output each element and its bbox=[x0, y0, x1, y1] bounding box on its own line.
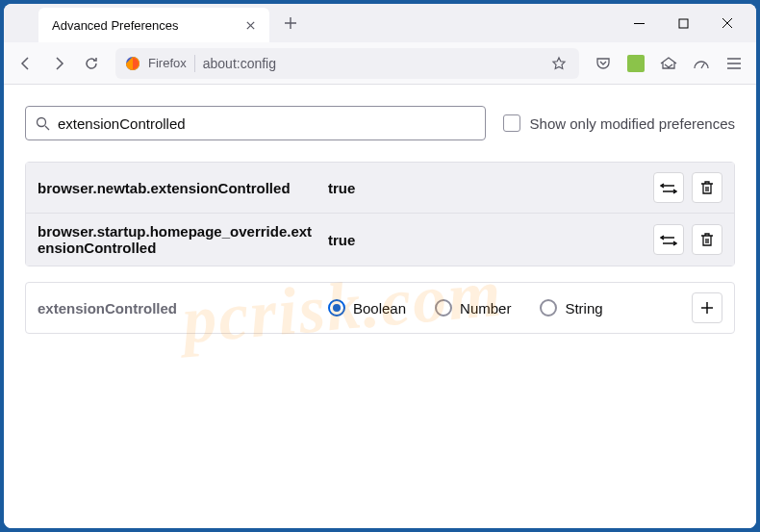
delete-button[interactable] bbox=[692, 224, 722, 255]
window-controls bbox=[618, 9, 756, 38]
search-row: Show only modified preferences bbox=[25, 106, 735, 140]
arrow-right-icon bbox=[51, 56, 66, 71]
radio-boolean[interactable]: Boolean bbox=[328, 299, 406, 317]
add-preference-button[interactable] bbox=[692, 292, 722, 323]
url-bar[interactable]: Firefox about:config bbox=[115, 48, 579, 79]
back-button[interactable] bbox=[12, 49, 40, 78]
radio-icon bbox=[328, 299, 345, 317]
identity-label: Firefox bbox=[148, 56, 187, 70]
preference-row[interactable]: browser.newtab.extensionControlled true bbox=[26, 163, 734, 213]
radio-icon bbox=[540, 299, 557, 317]
new-preference-row: extensionControlled Boolean Number Strin… bbox=[25, 282, 735, 334]
modified-only-label: Show only modified preferences bbox=[530, 115, 735, 132]
plus-icon bbox=[284, 16, 297, 30]
preference-actions bbox=[653, 172, 722, 203]
preference-list: browser.newtab.extensionControlled true … bbox=[25, 162, 735, 266]
reload-icon bbox=[84, 56, 99, 71]
preference-name: browser.newtab.extensionControlled bbox=[38, 180, 317, 196]
arrow-left-icon bbox=[18, 56, 34, 71]
forward-button[interactable] bbox=[44, 49, 73, 78]
radio-string[interactable]: String bbox=[540, 299, 602, 317]
browser-window: Advanced Preferences bbox=[4, 4, 756, 528]
maximize-icon bbox=[678, 18, 689, 29]
preference-value: true bbox=[328, 232, 642, 248]
extension-icon bbox=[627, 55, 645, 72]
svg-rect-0 bbox=[679, 19, 688, 28]
dashboard-button[interactable] bbox=[687, 49, 716, 78]
separator bbox=[194, 55, 195, 72]
star-icon bbox=[551, 56, 567, 71]
bookmark-button[interactable] bbox=[548, 53, 570, 74]
new-preference-name: extensionControlled bbox=[38, 300, 317, 317]
modified-only-toggle[interactable]: Show only modified preferences bbox=[503, 114, 735, 132]
type-radio-group: Boolean Number String bbox=[328, 299, 680, 317]
toggle-button[interactable] bbox=[653, 172, 684, 203]
toggle-icon bbox=[660, 233, 677, 246]
preference-value: true bbox=[328, 180, 642, 196]
delete-button[interactable] bbox=[692, 172, 722, 203]
close-icon bbox=[722, 17, 733, 29]
minimize-icon bbox=[634, 18, 645, 29]
reload-button[interactable] bbox=[77, 49, 106, 78]
radio-label: Boolean bbox=[353, 300, 406, 317]
pocket-button[interactable] bbox=[589, 49, 618, 78]
url-text: about:config bbox=[203, 56, 541, 71]
toggle-button[interactable] bbox=[653, 224, 684, 255]
search-input[interactable] bbox=[58, 115, 475, 132]
radio-number[interactable]: Number bbox=[435, 299, 511, 317]
mail-button[interactable] bbox=[654, 49, 683, 78]
search-box[interactable] bbox=[25, 106, 486, 140]
tab-strip: Advanced Preferences bbox=[4, 4, 756, 42]
svg-point-2 bbox=[38, 117, 46, 126]
close-icon bbox=[245, 20, 256, 31]
pocket-icon bbox=[595, 56, 611, 71]
search-icon bbox=[36, 116, 50, 131]
plus-icon bbox=[700, 301, 714, 315]
toggle-icon bbox=[660, 181, 677, 194]
firefox-logo-icon bbox=[125, 56, 140, 71]
content-area: pcrisk.com Show only modified preference… bbox=[4, 85, 756, 528]
mail-icon bbox=[660, 56, 677, 71]
close-window-button[interactable] bbox=[706, 9, 748, 38]
navigation-toolbar: Firefox about:config bbox=[4, 42, 756, 85]
preference-actions bbox=[653, 224, 722, 255]
new-tab-button[interactable] bbox=[277, 10, 304, 37]
trash-icon bbox=[700, 180, 714, 195]
checkbox-icon[interactable] bbox=[503, 114, 520, 132]
menu-button[interactable] bbox=[720, 49, 748, 78]
trash-icon bbox=[700, 232, 714, 247]
tab-title: Advanced Preferences bbox=[52, 18, 179, 33]
minimize-button[interactable] bbox=[618, 9, 660, 38]
radio-label: Number bbox=[460, 300, 511, 317]
preference-name: browser.startup.homepage_override.extens… bbox=[38, 223, 317, 256]
close-tab-button[interactable] bbox=[241, 15, 260, 35]
radio-label: String bbox=[565, 300, 602, 317]
preference-row[interactable]: browser.startup.homepage_override.extens… bbox=[26, 213, 734, 266]
radio-icon bbox=[435, 299, 452, 317]
extension-button[interactable] bbox=[621, 49, 650, 78]
maximize-button[interactable] bbox=[662, 9, 704, 38]
hamburger-icon bbox=[726, 57, 742, 70]
gauge-icon bbox=[693, 56, 710, 71]
browser-tab[interactable]: Advanced Preferences bbox=[38, 8, 269, 42]
